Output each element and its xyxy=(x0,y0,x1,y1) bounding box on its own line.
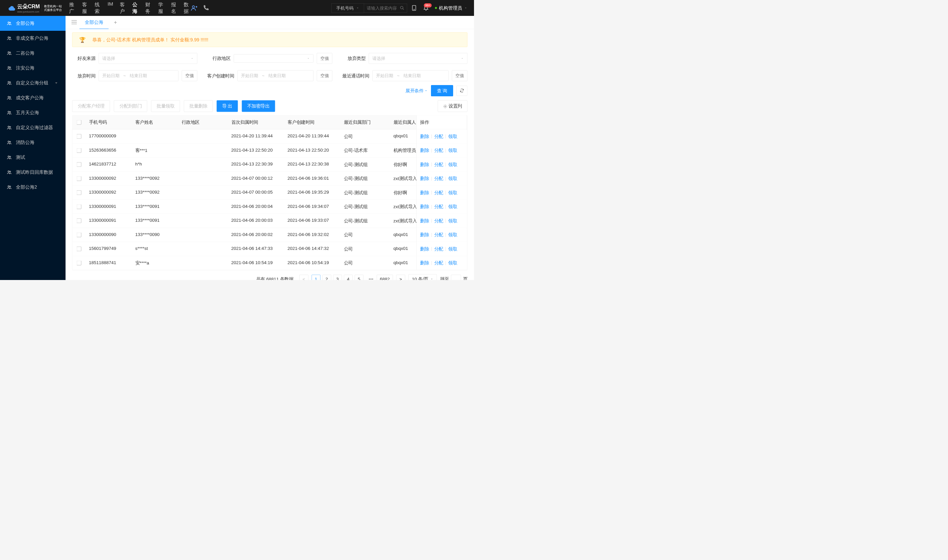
row-assign-link[interactable]: 分配 xyxy=(434,260,443,266)
refresh-button[interactable] xyxy=(457,86,467,96)
sidebar-item[interactable]: 自定义公海过滤器 xyxy=(0,120,66,135)
row-delete-link[interactable]: 删除 xyxy=(420,246,429,252)
row-claim-link[interactable]: 领取 xyxy=(448,133,457,139)
assign-dept-button[interactable]: 分配到部门 xyxy=(114,100,147,112)
row-delete-link[interactable]: 删除 xyxy=(420,204,429,210)
sidebar-item[interactable]: 消防公海 xyxy=(0,135,66,150)
create-time-empty-button[interactable]: 空值 xyxy=(317,71,332,82)
abandon-type-select[interactable]: 请选择 xyxy=(369,53,467,64)
row-assign-link[interactable]: 分配 xyxy=(434,204,443,210)
row-claim-link[interactable]: 领取 xyxy=(448,190,457,195)
nav-item[interactable]: IM xyxy=(107,0,114,16)
phone-icon[interactable] xyxy=(203,5,209,11)
abandon-time-empty-button[interactable]: 空值 xyxy=(182,71,197,82)
call-time-range[interactable]: 开始日期 ~ 结束日期 xyxy=(372,71,448,82)
row-claim-link[interactable]: 领取 xyxy=(448,246,457,252)
export-button[interactable]: 导 出 xyxy=(217,100,238,112)
row-claim-link[interactable]: 领取 xyxy=(448,204,457,210)
create-time-range[interactable]: 开始日期 ~ 结束日期 xyxy=(237,71,314,82)
row-claim-link[interactable]: 领取 xyxy=(448,176,457,182)
sidebar-item[interactable]: 全部公海 xyxy=(0,16,66,31)
row-claim-link[interactable]: 领取 xyxy=(448,162,457,168)
page-number-button[interactable]: 2 xyxy=(322,275,331,280)
row-delete-link[interactable]: 删除 xyxy=(420,133,429,139)
row-checkbox[interactable] xyxy=(77,218,82,223)
nav-item[interactable]: 财务 xyxy=(145,0,152,16)
nav-item[interactable]: 数据 xyxy=(183,0,191,16)
sidebar-item[interactable]: 全部公海2 xyxy=(0,180,66,195)
page-number-button[interactable]: 4 xyxy=(344,275,353,280)
search-input[interactable] xyxy=(367,5,400,11)
row-assign-link[interactable]: 分配 xyxy=(434,133,443,139)
tablet-icon[interactable] xyxy=(411,5,417,11)
sidebar-item[interactable]: 自定义公海分组 xyxy=(0,75,66,90)
row-checkbox[interactable] xyxy=(77,134,82,138)
region-empty-button[interactable]: 空值 xyxy=(317,53,332,64)
search-type-select[interactable]: 手机号码 xyxy=(331,3,364,13)
search-icon[interactable] xyxy=(400,6,405,10)
notifications-button[interactable]: 99+ xyxy=(423,5,429,11)
collapse-sidebar-button[interactable] xyxy=(69,20,80,25)
batch-claim-button[interactable]: 批量领取 xyxy=(151,100,180,112)
jump-input[interactable] xyxy=(451,275,461,280)
add-tab-button[interactable]: + xyxy=(109,20,122,26)
row-delete-link[interactable]: 删除 xyxy=(420,148,429,154)
nav-item[interactable]: 客服 xyxy=(82,0,89,16)
row-assign-link[interactable]: 分配 xyxy=(434,162,443,168)
row-checkbox[interactable] xyxy=(77,233,82,237)
row-checkbox[interactable] xyxy=(77,261,82,265)
sidebar-item[interactable]: 非成交客户公海 xyxy=(0,31,66,46)
select-all-checkbox[interactable] xyxy=(77,120,82,125)
nav-item[interactable]: 学服 xyxy=(157,0,165,16)
row-assign-link[interactable]: 分配 xyxy=(434,246,443,252)
prev-page-button[interactable]: < xyxy=(299,275,308,280)
batch-delete-button[interactable]: 批量删除 xyxy=(184,100,213,112)
row-claim-link[interactable]: 领取 xyxy=(448,260,457,266)
sidebar-item[interactable]: 测试昨日回库数据 xyxy=(0,165,66,180)
nav-item[interactable]: 报名 xyxy=(171,0,178,16)
export-plain-button[interactable]: 不加密导出 xyxy=(242,100,275,112)
logo[interactable]: 云朵CRM www.yunduocrm.com 教育机构一站 式服务云平台 xyxy=(7,3,62,13)
row-delete-link[interactable]: 删除 xyxy=(420,176,429,182)
assign-manager-button[interactable]: 分配客户经理 xyxy=(72,100,110,112)
add-user-icon[interactable] xyxy=(191,5,197,11)
nav-item[interactable]: 线索 xyxy=(94,0,102,16)
expand-filters-link[interactable]: 展开条件 xyxy=(405,88,428,94)
sidebar-item[interactable]: 成交客户公海 xyxy=(0,90,66,105)
row-checkbox[interactable] xyxy=(77,246,82,251)
nav-item[interactable]: 推广 xyxy=(69,0,76,16)
call-time-empty-button[interactable]: 空值 xyxy=(452,71,467,82)
row-assign-link[interactable]: 分配 xyxy=(434,218,443,224)
user-menu[interactable]: 机构管理员 xyxy=(435,5,467,11)
row-checkbox[interactable] xyxy=(77,148,82,153)
row-delete-link[interactable]: 删除 xyxy=(420,190,429,195)
sidebar-item[interactable]: 注安公海 xyxy=(0,61,66,75)
row-delete-link[interactable]: 删除 xyxy=(420,260,429,266)
row-delete-link[interactable]: 删除 xyxy=(420,218,429,224)
source-select[interactable]: 请选择 xyxy=(98,53,197,64)
nav-item[interactable]: 客户 xyxy=(119,0,127,16)
row-assign-link[interactable]: 分配 xyxy=(434,176,443,182)
row-checkbox[interactable] xyxy=(77,162,82,167)
last-page-button[interactable]: 6882 xyxy=(377,275,393,280)
tab-all-sea[interactable]: 全部公海 xyxy=(80,16,109,29)
sidebar-item[interactable]: 五月天公海 xyxy=(0,105,66,120)
search-button[interactable]: 查 询 xyxy=(431,85,453,96)
row-checkbox[interactable] xyxy=(77,190,82,195)
region-select[interactable] xyxy=(234,54,314,63)
row-assign-link[interactable]: 分配 xyxy=(434,232,443,238)
page-number-button[interactable]: 5 xyxy=(354,275,363,280)
sidebar-item[interactable]: 测试 xyxy=(0,150,66,165)
row-checkbox[interactable] xyxy=(77,176,82,181)
row-claim-link[interactable]: 领取 xyxy=(448,148,457,154)
row-checkbox[interactable] xyxy=(77,205,82,209)
sidebar-item[interactable]: 二咨公海 xyxy=(0,46,66,61)
next-page-button[interactable]: > xyxy=(396,275,405,280)
row-delete-link[interactable]: 删除 xyxy=(420,232,429,238)
row-claim-link[interactable]: 领取 xyxy=(448,218,457,224)
page-size-select[interactable]: 10 条/页 xyxy=(408,274,437,280)
row-assign-link[interactable]: 分配 xyxy=(434,190,443,195)
row-claim-link[interactable]: 领取 xyxy=(448,232,457,238)
row-delete-link[interactable]: 删除 xyxy=(420,162,429,168)
page-number-button[interactable]: 1 xyxy=(311,275,320,280)
